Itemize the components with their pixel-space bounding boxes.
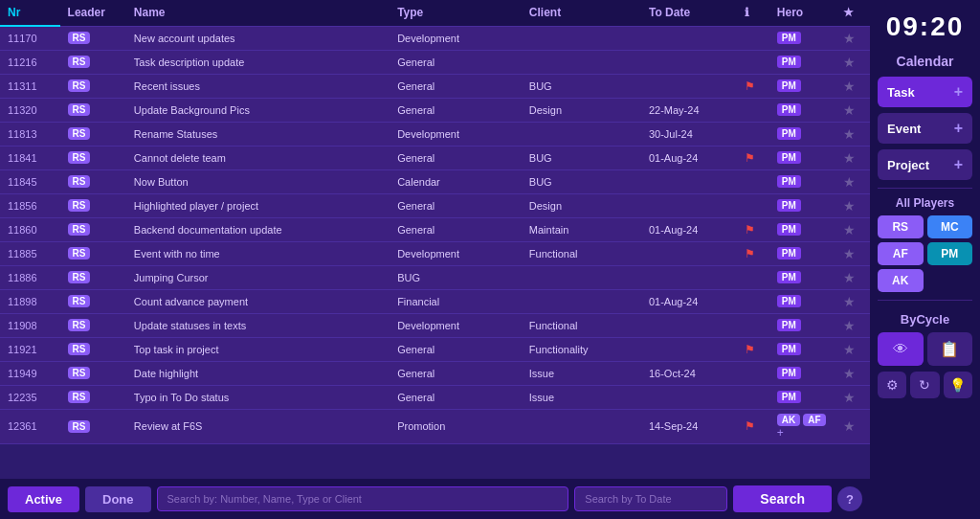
done-button[interactable]: Done bbox=[85, 486, 151, 512]
table-row[interactable]: 12361RSReview at F6SPromotion14-Sep-24⚑A… bbox=[0, 409, 870, 443]
star-icon[interactable]: ★ bbox=[843, 222, 856, 237]
hero-badge-pm[interactable]: PM bbox=[777, 391, 801, 403]
hero-add[interactable]: + bbox=[777, 426, 784, 440]
leader-badge[interactable]: RS bbox=[68, 295, 91, 307]
star-icon[interactable]: ★ bbox=[843, 79, 856, 94]
table-row[interactable]: 11845RSNow ButtonCalendarBUGPM★ bbox=[0, 169, 870, 193]
col-header-hero[interactable]: Hero bbox=[769, 0, 835, 26]
table-row[interactable]: 11898RSCount advance paymentFinancial01-… bbox=[0, 289, 870, 313]
hero-badge-pm[interactable]: PM bbox=[777, 343, 801, 355]
cell-name: Highlighted player / project bbox=[126, 193, 390, 217]
table-row[interactable]: 11856RSHighlighted player / projectGener… bbox=[0, 193, 870, 217]
col-header-star[interactable]: ★ bbox=[835, 0, 870, 26]
col-header-type[interactable]: Type bbox=[390, 0, 522, 26]
player-af[interactable]: AF bbox=[878, 242, 924, 265]
date-search-input[interactable] bbox=[574, 486, 727, 511]
star-icon[interactable]: ★ bbox=[843, 126, 856, 142]
help-button[interactable]: ? bbox=[837, 486, 862, 511]
project-button[interactable]: Project + bbox=[878, 149, 972, 180]
star-icon[interactable]: ★ bbox=[843, 366, 856, 381]
leader-badge[interactable]: RS bbox=[68, 56, 91, 68]
active-button[interactable]: Active bbox=[8, 486, 79, 512]
col-header-nr[interactable]: Nr bbox=[0, 0, 60, 26]
star-icon[interactable]: ★ bbox=[843, 246, 856, 261]
hero-badge-pm[interactable]: PM bbox=[777, 79, 801, 92]
leader-badge[interactable]: RS bbox=[68, 199, 91, 212]
bycycle-bulb-button[interactable]: 💡 bbox=[944, 372, 972, 398]
table-row[interactable]: 11860RSBackend documentation updateGener… bbox=[0, 217, 870, 241]
player-ak[interactable]: AK bbox=[878, 269, 924, 292]
star-icon[interactable]: ★ bbox=[843, 418, 856, 434]
hero-badge-pm[interactable]: PM bbox=[777, 271, 801, 283]
table-row[interactable]: 11841RSCannot delete teamGeneralBUG01-Au… bbox=[0, 146, 870, 169]
star-icon[interactable]: ★ bbox=[843, 390, 856, 405]
star-icon[interactable]: ★ bbox=[843, 318, 856, 333]
star-icon[interactable]: ★ bbox=[843, 294, 856, 309]
table-row[interactable]: 11908RSUpdate statuses in textsDevelopme… bbox=[0, 313, 870, 337]
leader-badge[interactable]: RS bbox=[68, 32, 91, 44]
leader-badge[interactable]: RS bbox=[68, 343, 91, 355]
hero-badge-ak[interactable]: AK bbox=[777, 414, 800, 426]
leader-badge[interactable]: RS bbox=[68, 391, 91, 403]
hero-badge-pm[interactable]: PM bbox=[777, 223, 801, 236]
star-icon[interactable]: ★ bbox=[843, 150, 856, 166]
leader-badge[interactable]: RS bbox=[68, 151, 91, 164]
hero-badge-pm[interactable]: PM bbox=[777, 56, 801, 68]
star-icon[interactable]: ★ bbox=[843, 342, 856, 357]
star-icon[interactable]: ★ bbox=[843, 102, 856, 118]
star-icon[interactable]: ★ bbox=[843, 270, 856, 285]
col-header-todate[interactable]: To Date bbox=[641, 0, 737, 26]
cell-hero: AK AF + bbox=[769, 409, 835, 443]
leader-badge[interactable]: RS bbox=[68, 271, 91, 283]
star-icon[interactable]: ★ bbox=[843, 198, 856, 214]
search-input[interactable] bbox=[157, 486, 569, 511]
leader-badge[interactable]: RS bbox=[68, 103, 91, 116]
hero-badge-pm[interactable]: PM bbox=[777, 103, 801, 116]
table-row[interactable]: 11921RSTop task in projectGeneralFunctio… bbox=[0, 337, 870, 361]
table-row[interactable]: 11813RSRename StatusesDevelopment30-Jul-… bbox=[0, 122, 870, 146]
table-row[interactable]: 11320RSUpdate Background PicsGeneralDesi… bbox=[0, 98, 870, 122]
star-icon[interactable]: ★ bbox=[843, 174, 856, 190]
star-icon[interactable]: ★ bbox=[843, 31, 856, 46]
player-mc[interactable]: MC bbox=[927, 215, 973, 238]
leader-badge[interactable]: RS bbox=[68, 175, 91, 188]
event-button[interactable]: Event + bbox=[878, 113, 972, 144]
leader-badge[interactable]: RS bbox=[68, 367, 91, 379]
task-button[interactable]: Task + bbox=[878, 77, 972, 107]
hero-badge-pm[interactable]: PM bbox=[777, 199, 801, 212]
hero-badge-pm[interactable]: PM bbox=[777, 319, 801, 331]
table-row[interactable]: 11886RSJumping CursorBUGPM★ bbox=[0, 265, 870, 289]
col-header-client[interactable]: Client bbox=[522, 0, 641, 26]
leader-badge[interactable]: RS bbox=[68, 247, 91, 260]
bycycle-eye-button[interactable]: 👁 bbox=[878, 332, 924, 366]
player-pm[interactable]: PM bbox=[927, 242, 973, 265]
leader-badge[interactable]: RS bbox=[68, 127, 91, 140]
search-button[interactable]: Search bbox=[733, 485, 832, 512]
player-rs[interactable]: RS bbox=[878, 215, 924, 238]
table-row[interactable]: 12235RSTypo in To Do statusGeneralIssueP… bbox=[0, 385, 870, 409]
hero-badge-pm[interactable]: PM bbox=[777, 175, 801, 188]
hero-badge-pm[interactable]: PM bbox=[777, 127, 801, 140]
col-header-name[interactable]: Name bbox=[126, 0, 390, 26]
table-row[interactable]: 11170RSNew account updatesDevelopmentPM★ bbox=[0, 26, 870, 50]
bycycle-gear-button[interactable]: ⚙ bbox=[878, 372, 906, 398]
table-row[interactable]: 11949RSDate highlightGeneralIssue16-Oct-… bbox=[0, 361, 870, 385]
bycycle-refresh-button[interactable]: ↻ bbox=[910, 372, 939, 398]
table-row[interactable]: 11311RSRecent issuesGeneralBUG⚑PM★ bbox=[0, 74, 870, 98]
col-header-info[interactable]: ℹ bbox=[737, 0, 769, 26]
bycycle-list-button[interactable]: 📋 bbox=[927, 332, 973, 366]
hero-badge-pm[interactable]: PM bbox=[777, 295, 801, 307]
table-row[interactable]: 11216RSTask description updateGeneralPM★ bbox=[0, 50, 870, 74]
leader-badge[interactable]: RS bbox=[68, 420, 91, 433]
hero-badge-af[interactable]: AF bbox=[803, 414, 825, 426]
star-icon[interactable]: ★ bbox=[843, 55, 856, 70]
hero-badge-pm[interactable]: PM bbox=[777, 367, 801, 379]
leader-badge[interactable]: RS bbox=[68, 79, 91, 92]
col-header-leader[interactable]: Leader bbox=[60, 0, 126, 26]
hero-badge-pm[interactable]: PM bbox=[777, 32, 801, 44]
leader-badge[interactable]: RS bbox=[68, 223, 91, 236]
leader-badge[interactable]: RS bbox=[68, 319, 91, 331]
hero-badge-pm[interactable]: PM bbox=[777, 247, 801, 260]
table-row[interactable]: 11885RSEvent with no timeDevelopmentFunc… bbox=[0, 241, 870, 265]
hero-badge-pm[interactable]: PM bbox=[777, 151, 801, 164]
